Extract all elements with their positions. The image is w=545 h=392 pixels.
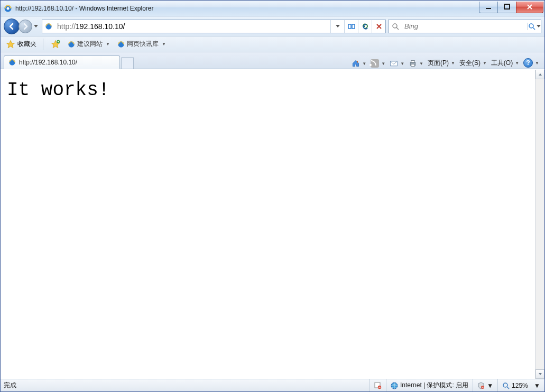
forward-button[interactable] — [19, 20, 32, 33]
address-bar[interactable]: http://192.168.10.10/ — [42, 20, 386, 33]
print-button[interactable]: ▼ — [407, 58, 426, 69]
add-to-favorites-bar-button[interactable] — [48, 39, 63, 50]
site-icon — [42, 23, 55, 30]
ie-icon — [68, 41, 75, 48]
tab-label: http://192.168.10.10/ — [19, 59, 77, 66]
globe-icon — [391, 382, 398, 389]
protected-mode-indicator[interactable]: ▼ — [473, 379, 497, 391]
svg-point-8 — [529, 24, 533, 28]
page-menu[interactable]: 页面(P)▼ — [426, 58, 457, 69]
svg-rect-3 — [504, 4, 510, 9]
security-zone[interactable]: Internet | 保护模式: 启用 — [386, 379, 473, 391]
ie-logo-icon — [4, 4, 12, 13]
window-controls — [479, 2, 543, 13]
scroll-up-button[interactable] — [535, 70, 544, 79]
url-scheme: http:// — [57, 22, 76, 31]
svg-rect-13 — [357, 61, 358, 62]
tools-menu[interactable]: 工具(O)▼ — [489, 58, 521, 69]
scroll-down-button[interactable] — [535, 369, 544, 379]
url-host: 192.168.10.10/ — [76, 22, 125, 31]
search-icon — [389, 23, 402, 30]
page-menu-label: 页面(P) — [428, 59, 449, 68]
svg-rect-16 — [411, 60, 414, 62]
help-button[interactable]: ?▼ — [521, 57, 541, 69]
home-button[interactable]: ▼ — [349, 58, 368, 69]
maximize-button[interactable] — [497, 2, 516, 13]
home-icon — [352, 59, 360, 68]
suggested-sites-label: 建议网站 — [77, 40, 103, 49]
status-text: 完成 — [1, 379, 21, 391]
refresh-button[interactable] — [358, 20, 372, 33]
svg-point-22 — [503, 383, 507, 387]
stop-button[interactable] — [372, 20, 385, 33]
star-plus-icon — [51, 40, 60, 49]
svg-rect-5 — [348, 24, 351, 29]
shield-off-icon — [477, 382, 485, 389]
svg-rect-2 — [486, 8, 491, 9]
help-icon: ? — [523, 58, 533, 68]
printer-icon — [409, 59, 417, 68]
back-button[interactable] — [4, 18, 20, 34]
safety-menu-label: 安全(S) — [459, 59, 481, 68]
svg-rect-6 — [352, 24, 355, 29]
mail-icon — [390, 59, 398, 68]
feeds-button[interactable]: ▼ — [368, 58, 387, 69]
svg-rect-17 — [411, 64, 414, 67]
compatibility-view-button[interactable] — [344, 20, 358, 33]
search-input[interactable] — [402, 21, 527, 31]
window-title: http://192.168.10.10/ - Windows Internet… — [15, 5, 153, 12]
favorites-button[interactable]: 收藏夹 — [4, 39, 39, 50]
page-heading: It works! — [7, 79, 529, 101]
popup-blocker-indicator[interactable] — [370, 379, 386, 391]
favorites-label: 收藏夹 — [17, 40, 36, 49]
minimize-button[interactable] — [479, 2, 498, 13]
new-tab-button[interactable] — [121, 57, 134, 69]
tab-active[interactable]: http://192.168.10.10/ — [4, 55, 120, 69]
ie-icon — [8, 59, 16, 66]
svg-point-7 — [393, 24, 397, 28]
address-dropdown[interactable] — [330, 20, 344, 33]
popup-icon — [374, 382, 382, 389]
safety-menu[interactable]: 安全(S)▼ — [457, 58, 489, 69]
suggested-sites-link[interactable]: 建议网站 ▼ — [64, 39, 113, 50]
favorites-bar: 收藏夹 建议网站 ▼ 网页快讯库 ▼ — [1, 36, 544, 52]
nav-history-dropdown[interactable] — [32, 18, 40, 34]
scroll-track[interactable] — [535, 79, 544, 369]
ie-window: http://192.168.10.10/ - Windows Internet… — [0, 0, 545, 392]
search-box[interactable] — [388, 20, 541, 33]
status-bar: 完成 Internet | 保护模式: 启用 ▼ 125% ▼ — [1, 379, 544, 391]
zoom-icon — [502, 382, 510, 389]
address-input[interactable]: http://192.168.10.10/ — [55, 21, 330, 32]
tab-bar: http://192.168.10.10/ ▼ ▼ ▼ ▼ 页面(P)▼ 安全(… — [1, 52, 544, 69]
search-go-button[interactable] — [527, 23, 541, 30]
star-icon — [6, 40, 15, 49]
rss-icon — [371, 59, 379, 68]
close-button[interactable] — [516, 2, 543, 13]
zoom-control[interactable]: 125% ▼ — [497, 379, 544, 391]
titlebar: http://192.168.10.10/ - Windows Internet… — [1, 1, 544, 16]
zone-label: Internet | 保护模式: 启用 — [400, 381, 468, 390]
navigation-bar: http://192.168.10.10/ — [1, 16, 544, 36]
tools-menu-label: 工具(O) — [491, 59, 513, 68]
web-slice-gallery-link[interactable]: 网页快讯库 ▼ — [114, 39, 169, 50]
ie-icon — [117, 41, 125, 48]
web-slice-label: 网页快讯库 — [127, 40, 159, 49]
zoom-value: 125% — [512, 382, 528, 389]
vertical-scrollbar[interactable] — [535, 70, 544, 379]
svg-point-1 — [7, 7, 10, 10]
page-viewport: It works! — [1, 70, 535, 379]
read-mail-button[interactable]: ▼ — [387, 58, 407, 69]
content-area: It works! — [1, 69, 544, 379]
